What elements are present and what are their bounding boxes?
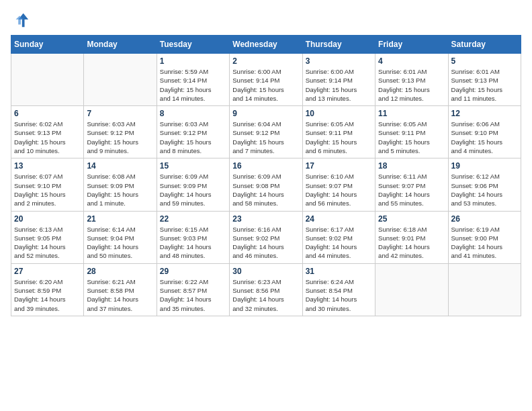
day-number: 20 [14,214,81,224]
day-number: 30 [232,267,299,276]
calendar-day-cell: 26Sunrise: 6:19 AM Sunset: 9:00 PM Dayli… [448,211,521,263]
calendar-day-cell: 21Sunrise: 6:14 AM Sunset: 9:04 PM Dayli… [84,211,157,263]
weekday-header-cell: Tuesday [157,36,229,54]
calendar-day-cell: 11Sunrise: 6:05 AM Sunset: 9:11 PM Dayli… [375,106,448,158]
day-info: Sunrise: 6:09 AM Sunset: 9:09 PM Dayligh… [160,172,226,208]
day-info: Sunrise: 6:06 AM Sunset: 9:10 PM Dayligh… [451,120,518,155]
calendar-day-cell: 30Sunrise: 6:23 AM Sunset: 8:56 PM Dayli… [230,263,302,316]
calendar-day-cell: 17Sunrise: 6:10 AM Sunset: 9:07 PM Dayli… [302,158,375,211]
weekday-header-cell: Monday [84,36,157,54]
day-info: Sunrise: 6:17 AM Sunset: 9:02 PM Dayligh… [306,225,372,261]
day-number: 19 [451,161,518,171]
calendar-day-cell: 19Sunrise: 6:12 AM Sunset: 9:06 PM Dayli… [448,158,521,211]
day-number: 4 [378,56,445,66]
day-info: Sunrise: 6:10 AM Sunset: 9:07 PM Dayligh… [306,172,372,208]
day-info: Sunrise: 6:16 AM Sunset: 9:02 PM Dayligh… [232,225,299,261]
calendar-body: 1Sunrise: 5:59 AM Sunset: 9:14 PM Daylig… [11,54,521,316]
day-number: 9 [232,109,299,118]
day-info: Sunrise: 6:03 AM Sunset: 9:12 PM Dayligh… [87,120,153,155]
day-info: Sunrise: 6:03 AM Sunset: 9:12 PM Dayligh… [160,120,226,155]
calendar-day-cell: 20Sunrise: 6:13 AM Sunset: 9:05 PM Dayli… [11,211,84,263]
calendar-day-cell [375,263,448,316]
day-info: Sunrise: 6:24 AM Sunset: 8:54 PM Dayligh… [306,277,372,313]
day-number: 17 [306,161,372,171]
calendar-day-cell: 23Sunrise: 6:16 AM Sunset: 9:02 PM Dayli… [230,211,302,263]
calendar-week-row: 13Sunrise: 6:07 AM Sunset: 9:10 PM Dayli… [11,158,521,211]
day-info: Sunrise: 6:22 AM Sunset: 8:57 PM Dayligh… [160,277,226,313]
calendar-day-cell [11,54,84,106]
day-number: 11 [378,109,445,118]
day-info: Sunrise: 6:05 AM Sunset: 9:11 PM Dayligh… [306,120,372,155]
calendar-day-cell: 22Sunrise: 6:15 AM Sunset: 9:03 PM Dayli… [157,211,229,263]
weekday-header-cell: Saturday [448,36,521,54]
day-number: 21 [87,214,153,224]
calendar-week-row: 27Sunrise: 6:20 AM Sunset: 8:59 PM Dayli… [11,263,521,316]
calendar-day-cell [84,54,157,106]
day-number: 2 [232,56,299,66]
calendar-week-row: 20Sunrise: 6:13 AM Sunset: 9:05 PM Dayli… [11,211,521,263]
day-info: Sunrise: 6:12 AM Sunset: 9:06 PM Dayligh… [451,172,518,208]
calendar-day-cell: 24Sunrise: 6:17 AM Sunset: 9:02 PM Dayli… [302,211,375,263]
day-info: Sunrise: 6:09 AM Sunset: 9:08 PM Dayligh… [232,172,299,208]
calendar-day-cell: 13Sunrise: 6:07 AM Sunset: 9:10 PM Dayli… [11,158,84,211]
page-header [11,11,521,30]
day-info: Sunrise: 6:13 AM Sunset: 9:05 PM Dayligh… [14,225,81,261]
day-number: 28 [87,267,153,276]
calendar-week-row: 1Sunrise: 5:59 AM Sunset: 9:14 PM Daylig… [11,54,521,106]
calendar-day-cell: 9Sunrise: 6:04 AM Sunset: 9:12 PM Daylig… [230,106,302,158]
day-number: 1 [160,56,226,66]
day-info: Sunrise: 6:07 AM Sunset: 9:10 PM Dayligh… [14,172,81,208]
day-info: Sunrise: 6:11 AM Sunset: 9:07 PM Dayligh… [378,172,445,208]
day-number: 12 [451,109,518,118]
calendar-day-cell: 27Sunrise: 6:20 AM Sunset: 8:59 PM Dayli… [11,263,84,316]
day-info: Sunrise: 6:02 AM Sunset: 9:13 PM Dayligh… [14,120,81,155]
day-info: Sunrise: 6:20 AM Sunset: 8:59 PM Dayligh… [14,277,81,313]
day-info: Sunrise: 6:21 AM Sunset: 8:58 PM Dayligh… [87,277,153,313]
weekday-header-cell: Thursday [302,36,375,54]
day-number: 22 [160,214,226,224]
calendar-day-cell: 25Sunrise: 6:18 AM Sunset: 9:01 PM Dayli… [375,211,448,263]
day-number: 5 [451,56,518,66]
day-number: 16 [232,161,299,171]
calendar-day-cell: 6Sunrise: 6:02 AM Sunset: 9:13 PM Daylig… [11,106,84,158]
weekday-header-row: SundayMondayTuesdayWednesdayThursdayFrid… [11,36,521,54]
day-info: Sunrise: 6:00 AM Sunset: 9:14 PM Dayligh… [232,67,299,103]
calendar-day-cell: 14Sunrise: 6:08 AM Sunset: 9:09 PM Dayli… [84,158,157,211]
weekday-header-cell: Friday [375,36,448,54]
day-info: Sunrise: 6:23 AM Sunset: 8:56 PM Dayligh… [232,277,299,313]
day-info: Sunrise: 6:05 AM Sunset: 9:11 PM Dayligh… [378,120,445,155]
day-info: Sunrise: 6:04 AM Sunset: 9:12 PM Dayligh… [232,120,299,155]
day-info: Sunrise: 6:15 AM Sunset: 9:03 PM Dayligh… [160,225,226,261]
calendar-day-cell: 4Sunrise: 6:01 AM Sunset: 9:13 PM Daylig… [375,54,448,106]
calendar-day-cell: 8Sunrise: 6:03 AM Sunset: 9:12 PM Daylig… [157,106,229,158]
day-info: Sunrise: 6:19 AM Sunset: 9:00 PM Dayligh… [451,225,518,261]
day-number: 24 [306,214,372,224]
calendar-table: SundayMondayTuesdayWednesdayThursdayFrid… [11,35,521,316]
day-number: 15 [160,161,226,171]
calendar-week-row: 6Sunrise: 6:02 AM Sunset: 9:13 PM Daylig… [11,106,521,158]
calendar-day-cell: 29Sunrise: 6:22 AM Sunset: 8:57 PM Dayli… [157,263,229,316]
calendar-day-cell [448,263,521,316]
day-number: 26 [451,214,518,224]
calendar-day-cell: 10Sunrise: 6:05 AM Sunset: 9:11 PM Dayli… [302,106,375,158]
calendar-day-cell: 16Sunrise: 6:09 AM Sunset: 9:08 PM Dayli… [230,158,302,211]
day-number: 6 [14,109,81,118]
day-number: 31 [306,267,372,276]
calendar-day-cell: 15Sunrise: 6:09 AM Sunset: 9:09 PM Dayli… [157,158,229,211]
weekday-header-cell: Sunday [11,36,84,54]
day-number: 25 [378,214,445,224]
day-number: 10 [306,109,372,118]
calendar-day-cell: 2Sunrise: 6:00 AM Sunset: 9:14 PM Daylig… [230,54,302,106]
day-info: Sunrise: 6:14 AM Sunset: 9:04 PM Dayligh… [87,225,153,261]
day-number: 7 [87,109,153,118]
calendar-day-cell: 12Sunrise: 6:06 AM Sunset: 9:10 PM Dayli… [448,106,521,158]
day-number: 23 [232,214,299,224]
day-number: 8 [160,109,226,118]
calendar-day-cell: 28Sunrise: 6:21 AM Sunset: 8:58 PM Dayli… [84,263,157,316]
calendar-day-cell: 31Sunrise: 6:24 AM Sunset: 8:54 PM Dayli… [302,263,375,316]
day-info: Sunrise: 5:59 AM Sunset: 9:14 PM Dayligh… [160,67,226,103]
weekday-header-cell: Wednesday [230,36,302,54]
logo [11,11,32,30]
day-number: 18 [378,161,445,171]
calendar-day-cell: 7Sunrise: 6:03 AM Sunset: 9:12 PM Daylig… [84,106,157,158]
